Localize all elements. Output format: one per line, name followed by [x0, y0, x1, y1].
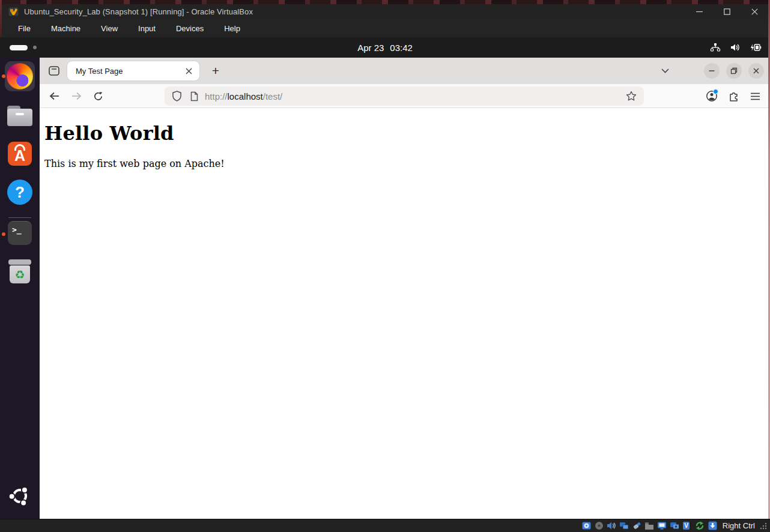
tab-my-test-page[interactable]: My Test Page — [67, 61, 199, 80]
virtualbox-menubar: File Machine View Input Devices Help — [2, 19, 768, 37]
network-adapters-icon[interactable] — [619, 521, 629, 531]
ubuntu-dock: A ? >_ ♻ — [0, 58, 40, 519]
back-button[interactable] — [46, 88, 63, 104]
list-all-tabs-button[interactable] — [657, 64, 673, 78]
account-notification-dot — [713, 89, 718, 94]
bookmark-star-icon[interactable] — [626, 91, 637, 101]
close-icon — [753, 67, 760, 74]
shared-folders-icon[interactable] — [644, 521, 655, 531]
minimize-icon — [708, 67, 715, 74]
browser-minimize-button[interactable] — [704, 63, 720, 79]
url-bar[interactable]: http://localhost/test/ — [165, 86, 644, 106]
extensions-button[interactable] — [725, 88, 742, 104]
trash-icon: ♻ — [8, 259, 31, 283]
dock-item-files[interactable] — [0, 103, 40, 126]
keyboard-capture-icon[interactable] — [708, 521, 718, 531]
restore-icon — [730, 67, 738, 74]
forward-icon — [71, 92, 82, 100]
plus-icon: + — [212, 64, 219, 78]
extensions-puzzle-icon — [728, 91, 739, 102]
volume-icon — [730, 43, 741, 52]
question-glyph: ? — [15, 183, 25, 202]
display-icon[interactable] — [657, 521, 667, 531]
browser-restore-button[interactable] — [726, 63, 742, 79]
firefox-view-icon — [48, 65, 60, 77]
forward-button[interactable] — [68, 88, 85, 104]
menu-devices[interactable]: Devices — [166, 20, 214, 37]
minimize-button[interactable] — [685, 4, 713, 19]
close-icon — [751, 8, 758, 15]
dock-item-trash[interactable]: ♻ — [0, 259, 40, 283]
trash-body: ♻ — [10, 265, 30, 283]
virtualbox-titlebar: Ubuntu_Security_Lab (Snapshot 1) [Runnin… — [2, 4, 768, 19]
reload-icon — [93, 91, 103, 101]
firefox-window: My Test Page + — [40, 58, 770, 519]
dock-divider — [8, 217, 31, 218]
url-text[interactable]: http://localhost/test/ — [205, 91, 626, 101]
network-tree-icon — [710, 43, 721, 52]
account-button[interactable] — [703, 88, 720, 104]
maximize-button[interactable] — [713, 4, 741, 19]
gnome-top-panel: Apr 23 03:42 — [0, 37, 770, 58]
battery-charging-icon — [750, 43, 762, 52]
navigation-toolbar: http://localhost/test/ — [40, 84, 770, 108]
menu-file[interactable]: File — [8, 20, 41, 37]
system-tray[interactable] — [710, 43, 762, 52]
dock-item-help[interactable]: ? — [0, 180, 40, 205]
maximize-icon — [724, 8, 730, 15]
mouse-integration-icon[interactable] — [695, 521, 705, 531]
workspace-indicator[interactable] — [10, 45, 37, 50]
minimize-icon — [696, 8, 703, 15]
firefox-icon — [7, 63, 33, 89]
optical-drives-icon[interactable] — [594, 521, 604, 531]
clock-date: Apr 23 — [357, 43, 384, 53]
browser-close-button[interactable] — [748, 63, 764, 79]
window-title: Ubuntu_Security_Lab (Snapshot 1) [Runnin… — [24, 7, 253, 16]
menu-machine[interactable]: Machine — [41, 20, 91, 37]
dock-item-firefox[interactable] — [0, 63, 40, 89]
recording-icon[interactable] — [670, 521, 680, 531]
bag-handle — [14, 144, 25, 151]
tab-title: My Test Page — [76, 67, 182, 76]
page-heading: Hello World — [44, 122, 765, 145]
virtualization-features-icon[interactable]: V — [682, 521, 693, 531]
close-button[interactable] — [741, 4, 768, 19]
window-controls — [685, 4, 768, 19]
files-icon — [7, 106, 32, 126]
menu-help[interactable]: Help — [214, 20, 250, 37]
dock-item-ubuntu-software[interactable]: A — [0, 142, 40, 166]
page-icon[interactable] — [190, 91, 199, 101]
menu-view[interactable]: View — [91, 20, 128, 37]
ubuntu-software-icon: A — [8, 142, 32, 166]
audio-icon[interactable] — [607, 521, 617, 531]
back-icon — [49, 92, 60, 100]
trash-lid — [8, 259, 31, 265]
tab-close-icon — [186, 68, 192, 74]
tab-close-button[interactable] — [182, 64, 195, 77]
resize-grip[interactable] — [760, 522, 767, 530]
new-tab-button[interactable]: + — [207, 62, 224, 79]
inactive-workspace-dot[interactable] — [33, 46, 37, 49]
clock-time: 03:42 — [390, 43, 413, 53]
active-workspace-pill[interactable] — [10, 45, 28, 50]
firefox-view-button[interactable] — [47, 64, 61, 78]
panel-clock[interactable]: Apr 23 03:42 — [357, 43, 413, 53]
chevron-down-icon — [661, 68, 669, 73]
dock-item-terminal[interactable]: >_ — [0, 221, 40, 245]
svg-text:V: V — [684, 522, 688, 529]
web-page-content: Hello World This is my first web page on… — [40, 109, 770, 519]
ubuntu-logo-icon[interactable] — [9, 485, 31, 507]
background-window-sliver — [0, 0, 770, 4]
reload-button[interactable] — [89, 88, 106, 104]
recycle-glyph: ♻ — [14, 269, 25, 280]
shield-icon[interactable] — [172, 91, 182, 101]
hamburger-menu-icon — [750, 92, 760, 100]
url-host: localhost — [228, 91, 263, 101]
usb-icon[interactable] — [632, 521, 642, 531]
tab-bar: My Test Page + — [40, 58, 770, 84]
url-path: /test/ — [263, 91, 283, 101]
hard-disks-icon[interactable] — [581, 521, 592, 531]
menu-button[interactable] — [747, 88, 763, 104]
folder-body — [7, 109, 32, 126]
menu-input[interactable]: Input — [128, 20, 166, 37]
